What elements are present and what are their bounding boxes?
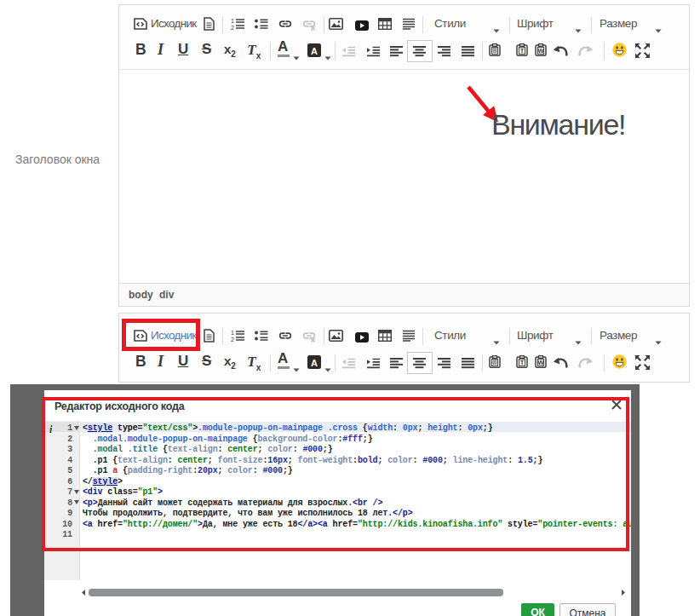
- svg-text:2: 2: [231, 25, 234, 30]
- svg-text:T: T: [520, 358, 525, 366]
- svg-text:A: A: [311, 357, 318, 367]
- svg-text:W: W: [537, 47, 544, 55]
- svg-text:1: 1: [231, 330, 234, 336]
- svg-text:2: 2: [231, 337, 234, 342]
- svg-text:T: T: [520, 47, 525, 55]
- svg-text:1: 1: [231, 18, 234, 24]
- svg-text:A: A: [311, 46, 318, 56]
- svg-text:W: W: [537, 358, 544, 366]
